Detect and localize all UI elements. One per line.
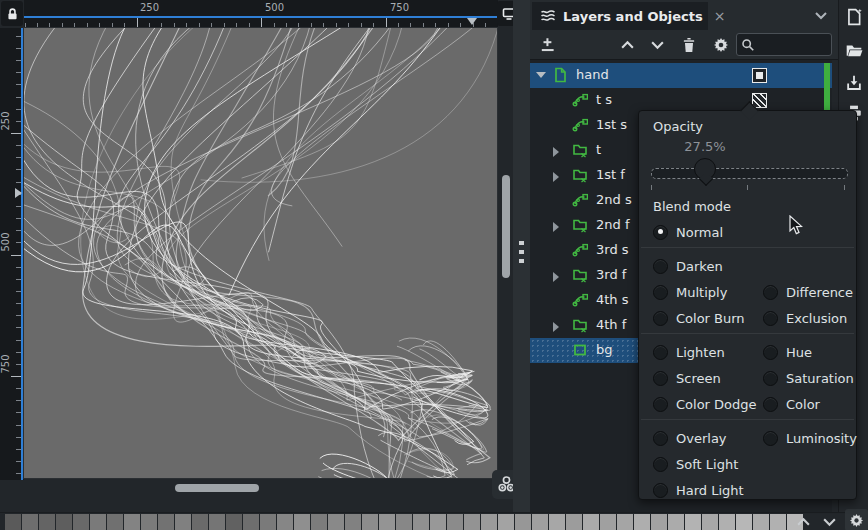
palette-swatch[interactable] [413, 514, 429, 530]
expander-closed-icon[interactable] [553, 322, 559, 332]
palette-swatch[interactable] [532, 514, 548, 530]
palette-swatch[interactable] [719, 514, 735, 530]
radio-icon[interactable] [653, 285, 668, 300]
palette-swatch[interactable] [294, 514, 310, 530]
layer-label[interactable]: 1st s [596, 117, 627, 132]
palette-swatch[interactable] [447, 514, 463, 530]
radio-icon[interactable] [763, 371, 778, 386]
expander-open-icon[interactable] [536, 72, 546, 78]
panel-resize-handle[interactable] [513, 0, 530, 512]
blend-mode-option[interactable]: Screen [653, 365, 721, 391]
palette-swatch[interactable] [73, 514, 89, 530]
layer-row-hand[interactable]: hand [530, 63, 832, 88]
palette-swatch[interactable] [515, 514, 531, 530]
palette-scroll-down-button[interactable] [820, 515, 838, 529]
palette-swatch[interactable] [311, 514, 327, 530]
palette-swatch[interactable] [5, 514, 21, 530]
blend-mode-option[interactable]: Color Burn [653, 305, 745, 331]
horizontal-scrollbar[interactable] [24, 480, 497, 496]
expander-closed-icon[interactable] [553, 272, 559, 282]
blend-mode-option[interactable]: Soft Light [653, 451, 738, 477]
new-document-button[interactable] [844, 7, 864, 27]
blend-mode-indicator[interactable] [752, 68, 767, 83]
tab-layers-and-objects[interactable]: Layers and Objects × [532, 2, 708, 30]
vertical-scrollbar[interactable] [499, 28, 513, 480]
import-button[interactable] [844, 73, 864, 93]
layer-label[interactable]: t [596, 142, 601, 157]
radio-icon[interactable] [653, 345, 668, 360]
layer-label[interactable]: bg [596, 342, 613, 357]
palette-swatch[interactable] [583, 514, 599, 530]
expander-closed-icon[interactable] [553, 222, 559, 232]
palette-swatch[interactable] [56, 514, 72, 530]
palette-swatch[interactable] [345, 514, 361, 530]
radio-icon[interactable] [763, 311, 778, 326]
radio-icon[interactable] [653, 431, 668, 446]
vertical-scrollbar-thumb[interactable] [502, 175, 510, 278]
palette-swatch[interactable] [600, 514, 616, 530]
vertical-ruler[interactable]: 250500750 [0, 28, 24, 480]
palette-swatch[interactable] [396, 514, 412, 530]
drawing-canvas[interactable] [24, 28, 497, 478]
palette-swatch[interactable] [617, 514, 633, 530]
palette-swatch[interactable] [770, 514, 786, 530]
horizontal-scrollbar-thumb[interactable] [175, 484, 259, 492]
opacity-slider[interactable] [651, 168, 848, 179]
layer-label[interactable]: 3rd s [596, 242, 629, 257]
palette-swatch[interactable] [226, 514, 242, 530]
palette-swatch[interactable] [90, 514, 106, 530]
palette-swatch[interactable] [651, 514, 667, 530]
palette-swatch[interactable] [498, 514, 514, 530]
palette-swatch[interactable] [158, 514, 174, 530]
palette-swatch[interactable] [753, 514, 769, 530]
layer-label[interactable]: 3rd f [596, 267, 626, 282]
panel-menu-button[interactable] [810, 7, 832, 23]
blend-mode-option[interactable]: Darken [653, 253, 723, 279]
blend-mode-option[interactable]: Hard Light [653, 477, 744, 503]
palette-swatch[interactable] [736, 514, 752, 530]
layer-label[interactable]: 2nd s [596, 192, 632, 207]
palette-swatch[interactable] [379, 514, 395, 530]
layer-label[interactable]: hand [576, 67, 609, 82]
palette-swatch[interactable] [107, 514, 123, 530]
expander-closed-icon[interactable] [553, 172, 559, 182]
lower-layer-button[interactable] [645, 33, 669, 57]
palette-swatch[interactable] [549, 514, 565, 530]
radio-icon[interactable] [653, 397, 668, 412]
palette-swatch[interactable] [668, 514, 684, 530]
layer-label[interactable]: 1st f [596, 167, 625, 182]
palette-swatch[interactable] [362, 514, 378, 530]
blend-mode-option[interactable]: Hue [763, 339, 812, 365]
opacity-slider-handle[interactable] [694, 158, 716, 180]
palette-scroll-up-button[interactable] [794, 515, 812, 529]
palette-swatch[interactable] [243, 514, 259, 530]
palette-swatch[interactable] [192, 514, 208, 530]
blend-mode-option[interactable]: Overlay [653, 425, 727, 451]
raise-layer-button[interactable] [615, 33, 639, 57]
blend-mode-option[interactable]: Color Dodge [653, 391, 757, 417]
palette-swatch[interactable] [464, 514, 480, 530]
palette-swatch[interactable] [634, 514, 650, 530]
radio-icon[interactable] [763, 397, 778, 412]
radio-icon[interactable] [653, 225, 668, 240]
radio-icon[interactable] [653, 483, 668, 498]
palette-swatch[interactable] [141, 514, 157, 530]
palette-swatch[interactable] [209, 514, 225, 530]
blend-mode-option[interactable]: Color [763, 391, 820, 417]
radio-icon[interactable] [653, 311, 668, 326]
palette-swatch[interactable] [430, 514, 446, 530]
palette-swatch[interactable] [175, 514, 191, 530]
palette-swatch[interactable] [566, 514, 582, 530]
radio-icon[interactable] [653, 259, 668, 274]
palette-swatch[interactable] [124, 514, 140, 530]
radio-icon[interactable] [763, 431, 778, 446]
add-layer-button[interactable] [536, 33, 560, 57]
layer-label[interactable]: 2nd f [596, 217, 629, 232]
palette-swatch[interactable] [328, 514, 344, 530]
close-icon[interactable]: × [714, 8, 726, 24]
palette-swatch[interactable] [22, 514, 38, 530]
palette-swatch[interactable] [277, 514, 293, 530]
palette-swatch[interactable] [481, 514, 497, 530]
palette-swatch[interactable] [39, 514, 55, 530]
radio-icon[interactable] [653, 371, 668, 386]
